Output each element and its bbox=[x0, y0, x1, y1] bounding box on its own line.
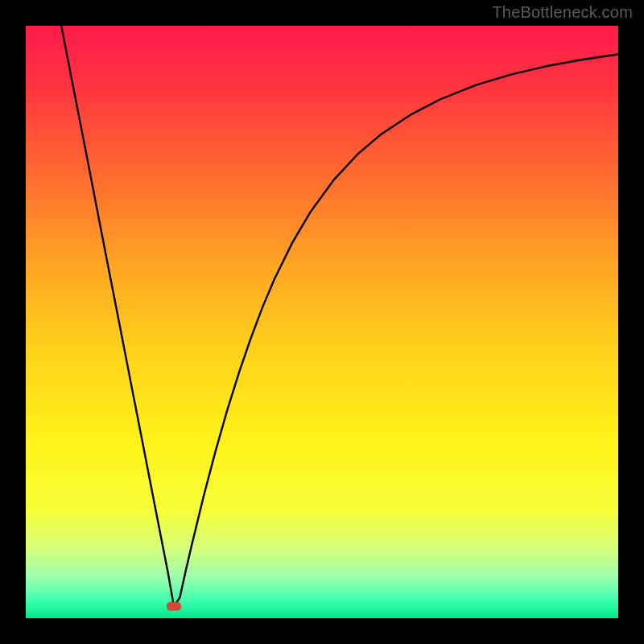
watermark-text: TheBottleneck.com bbox=[492, 3, 633, 22]
bottleneck-chart bbox=[26, 26, 618, 618]
optimal-marker bbox=[167, 602, 181, 611]
gradient-background bbox=[26, 26, 618, 618]
chart-frame bbox=[26, 26, 618, 618]
